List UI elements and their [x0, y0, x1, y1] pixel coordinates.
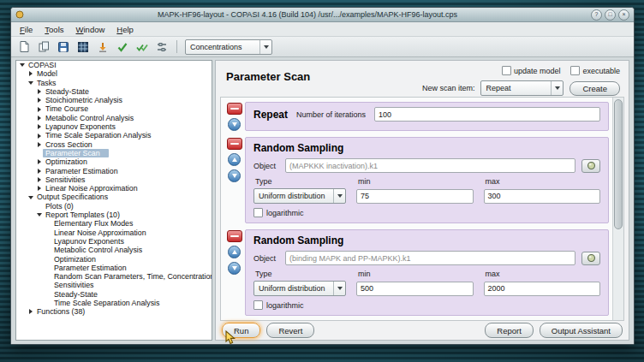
object-field[interactable]: (binding MAPK and PP-MAPKK).k1 — [285, 251, 575, 265]
tree-item-sensitivities[interactable]: Sensitivities — [16, 281, 212, 289]
expand-icon[interactable] — [35, 142, 43, 147]
object-picker-button[interactable] — [581, 252, 600, 265]
tree-item-tasks[interactable]: Tasks — [16, 79, 212, 87]
tree-item-time-scale-separation-analysis[interactable]: Time Scale Separation Analysis — [16, 131, 212, 139]
expand-icon[interactable] — [35, 186, 43, 191]
export-icon[interactable] — [94, 39, 111, 56]
check-icon[interactable] — [114, 39, 131, 56]
tree-label: Parameter Estimation — [51, 264, 129, 272]
close-button[interactable]: × — [618, 9, 629, 21]
tree-item-lyapunov-exponents[interactable]: Lyapunov Exponents — [16, 237, 212, 246]
tree-label: Model — [34, 69, 60, 78]
tree-item-model[interactable]: Model — [16, 69, 212, 78]
logarithmic-checkbox[interactable] — [253, 208, 263, 217]
expand-icon[interactable] — [27, 309, 34, 314]
remove-item-button[interactable] — [227, 230, 242, 242]
new-scan-item-select[interactable]: Repeat — [480, 80, 564, 96]
new-file-icon[interactable] — [15, 39, 33, 56]
logarithmic-checkbox[interactable] — [253, 300, 263, 310]
tree-item-cross-section[interactable]: Cross Section — [16, 140, 212, 149]
tree-item-time-course[interactable]: Time Course — [16, 104, 212, 113]
slider-icon[interactable] — [153, 39, 170, 56]
scrollbar-thumb[interactable] — [614, 99, 623, 229]
help-button[interactable]: ? — [591, 9, 602, 21]
tree-item-linear-noise-approximation[interactable]: Linear Noise Approximation — [16, 228, 212, 237]
tree-item-parameter-estimation[interactable]: Parameter Estimation — [16, 167, 212, 175]
tree-label: Sensitivities — [43, 175, 87, 184]
tree-item-steady-state[interactable]: Steady-State — [16, 87, 212, 96]
tree-item-parameter-scan[interactable]: Parameter Scan — [16, 149, 212, 157]
tree-item-optimization[interactable]: Optimization — [16, 157, 212, 166]
tree-item-linear-noise-approximation[interactable]: Linear Noise Approximation — [16, 184, 212, 193]
tree-item-output-specifications[interactable]: Output Specifications — [16, 193, 212, 201]
executable-checkbox[interactable] — [570, 66, 580, 75]
distribution-select[interactable]: Uniform distribution — [253, 188, 346, 204]
chevron-down-icon — [333, 282, 345, 295]
tree-item-metabolic-control-analysis[interactable]: Metabolic Control Analysis — [16, 114, 212, 122]
tree-item-random-scan-parameters-time-concentrations[interactable]: Random Scan Parameters, Time, Concentrat… — [16, 272, 212, 281]
expand-icon[interactable] — [35, 98, 43, 103]
tree-item-report-templates-10-[interactable]: Report Templates (10) — [16, 211, 212, 219]
tree-item-stoichiometric-analysis[interactable]: Stoichiometric Analysis — [16, 96, 212, 104]
tree-label: Elementary Flux Modes — [51, 219, 135, 228]
tree-item-optimization[interactable]: Optimization — [16, 255, 212, 264]
max-input[interactable]: 300 — [484, 189, 601, 204]
expand-icon[interactable] — [35, 89, 43, 94]
remove-item-button[interactable] — [227, 103, 242, 115]
tree-item-copasi[interactable]: COPASI — [16, 61, 212, 69]
tree-label: Steady-State — [51, 290, 100, 299]
revert-button[interactable]: Revert — [266, 323, 314, 338]
save-icon[interactable] — [55, 39, 72, 56]
iterations-input[interactable]: 100 — [374, 107, 600, 122]
remove-item-button[interactable] — [227, 138, 242, 150]
tree-item-lyapunov-exponents[interactable]: Lyapunov Exponents — [16, 122, 212, 131]
menu-file[interactable]: File — [14, 24, 39, 35]
update-model-checkbox[interactable] — [502, 66, 511, 75]
expand-icon[interactable] — [35, 116, 43, 121]
menu-help[interactable]: Help — [110, 24, 140, 35]
max-input[interactable]: 2000 — [484, 282, 601, 296]
expand-icon[interactable] — [27, 71, 34, 76]
distribution-select[interactable]: Uniform distribution — [253, 281, 346, 296]
tree-item-metabolic-control-analysis[interactable]: Metabolic Control Analysis — [16, 246, 212, 254]
object-picker-button[interactable] — [581, 159, 600, 173]
move-down-button[interactable] — [228, 262, 241, 275]
expand-icon[interactable] — [35, 169, 43, 174]
menu-window[interactable]: Window — [70, 24, 111, 35]
double-check-icon[interactable] — [134, 39, 151, 56]
output-assistant-button[interactable]: Output Assistant — [540, 323, 623, 338]
move-down-button[interactable] — [228, 169, 241, 182]
expand-icon[interactable] — [35, 134, 43, 139]
open-file-icon[interactable] — [35, 39, 52, 56]
concentrations-select[interactable]: Concentrations — [185, 39, 272, 55]
move-down-button[interactable] — [228, 118, 241, 131]
maximize-button[interactable]: □ — [605, 9, 616, 21]
collapse-icon[interactable] — [27, 81, 34, 85]
tree-item-time-scale-separation-analysis[interactable]: Time Scale Separation Analysis — [16, 299, 212, 307]
menu-tools[interactable]: Tools — [39, 24, 69, 35]
min-input[interactable]: 500 — [356, 282, 474, 296]
collapse-icon[interactable] — [18, 63, 26, 67]
expand-icon[interactable] — [35, 124, 43, 129]
scan-scrollbar[interactable] — [612, 98, 623, 320]
expand-icon[interactable] — [35, 107, 43, 112]
tree-item-parameter-estimation[interactable]: Parameter Estimation — [16, 264, 212, 272]
create-button[interactable]: Create — [569, 81, 620, 96]
report-button[interactable]: Report — [485, 323, 534, 338]
tree-item-elementary-flux-modes[interactable]: Elementary Flux Modes — [16, 219, 212, 228]
move-up-button[interactable] — [228, 153, 241, 166]
titlebar[interactable]: MAPK-HF96-layout - COPASI 4.16 (Build 10… — [11, 8, 634, 22]
table-icon[interactable] — [75, 39, 92, 56]
collapse-icon[interactable] — [27, 196, 34, 199]
expand-icon[interactable] — [35, 159, 43, 164]
expand-icon[interactable] — [35, 177, 43, 182]
tree-item-plots-0-[interactable]: Plots (0) — [16, 202, 212, 211]
down-arrow-icon — [232, 266, 237, 270]
collapse-icon[interactable] — [35, 213, 43, 217]
min-input[interactable]: 75 — [356, 189, 474, 204]
move-up-button[interactable] — [228, 246, 241, 258]
object-field[interactable]: (MAPKKK inactivation).k1 — [285, 158, 575, 173]
tree-item-steady-state[interactable]: Steady-State — [16, 290, 212, 299]
tree-item-sensitivities[interactable]: Sensitivities — [16, 175, 212, 184]
tree-item-functions-38-[interactable]: Functions (38) — [16, 307, 212, 316]
